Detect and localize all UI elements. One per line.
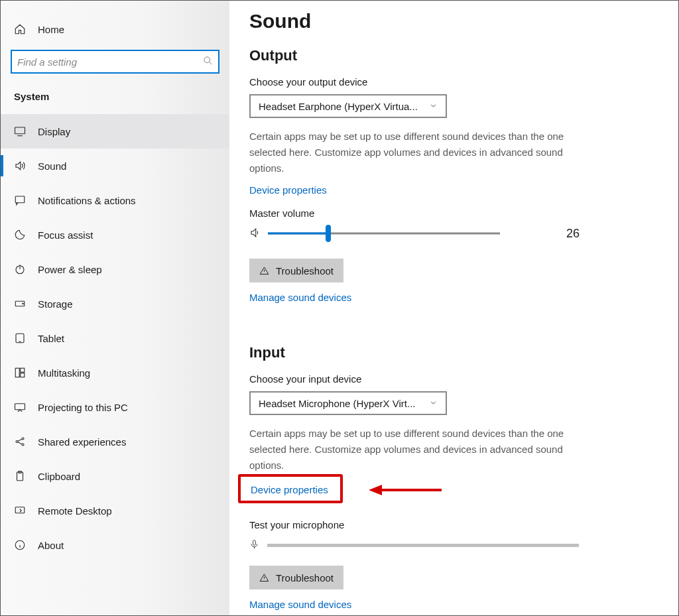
about-icon — [14, 539, 38, 551]
output-troubleshoot-button[interactable]: Troubleshoot — [249, 259, 343, 282]
chevron-down-icon — [429, 101, 438, 112]
svg-rect-22 — [15, 507, 25, 513]
sidebar-item-label: Projecting to this PC — [38, 402, 128, 413]
search-icon — [203, 56, 213, 68]
page-title: Sound — [249, 10, 652, 32]
search-box[interactable] — [11, 50, 219, 74]
svg-line-19 — [18, 442, 22, 444]
input-section-title: Input — [249, 344, 652, 361]
warning-icon — [259, 266, 269, 276]
output-device-value: Headset Earphone (HyperX Virtua... — [259, 101, 418, 112]
output-device-select[interactable]: Headset Earphone (HyperX Virtua... — [249, 94, 447, 118]
input-troubleshoot-button[interactable]: Troubleshoot — [249, 566, 343, 589]
master-volume-slider[interactable] — [268, 225, 500, 241]
svg-rect-28 — [253, 540, 256, 546]
sidebar-item-focus-assist[interactable]: Focus assist — [1, 217, 229, 252]
svg-rect-12 — [21, 368, 25, 372]
sidebar-item-notifications[interactable]: Notifications & actions — [1, 183, 229, 217]
settings-sidebar: Home System Display Sound — [1, 1, 229, 615]
home-label: Home — [38, 24, 64, 35]
input-device-value: Headset Microphone (HyperX Virt... — [259, 398, 416, 409]
input-device-select[interactable]: Headset Microphone (HyperX Virt... — [249, 391, 447, 415]
sidebar-item-label: Clipboard — [38, 471, 80, 482]
microphone-level-bar — [267, 544, 579, 547]
sidebar-item-power-sleep[interactable]: Power & sleep — [1, 252, 229, 286]
power-icon — [14, 263, 38, 275]
output-manage-devices-link[interactable]: Manage sound devices — [249, 292, 351, 303]
svg-line-1 — [209, 62, 212, 64]
sidebar-item-label: Tablet — [38, 333, 64, 344]
sidebar-item-shared-experiences[interactable]: Shared experiences — [1, 424, 229, 459]
master-volume-label: Master volume — [249, 208, 652, 219]
storage-icon — [14, 298, 38, 310]
microphone-test-row — [249, 537, 652, 554]
shared-icon — [14, 436, 38, 448]
sidebar-item-projecting[interactable]: Projecting to this PC — [1, 390, 229, 424]
svg-rect-2 — [15, 127, 25, 134]
sidebar-item-tablet[interactable]: Tablet — [1, 321, 229, 355]
sidebar-item-remote-desktop[interactable]: Remote Desktop — [1, 493, 229, 528]
multitasking-icon — [14, 367, 38, 379]
sidebar-item-display[interactable]: Display — [1, 114, 229, 149]
microphone-icon — [249, 537, 259, 554]
input-hint-text: Certain apps may be set up to use differ… — [249, 426, 571, 473]
sidebar-item-label: Notifications & actions — [38, 195, 136, 206]
warning-icon — [259, 573, 269, 583]
troubleshoot-label: Troubleshoot — [276, 572, 334, 584]
projecting-icon — [14, 401, 38, 413]
tablet-icon — [14, 332, 38, 344]
sidebar-item-label: Sound — [38, 160, 66, 172]
input-manage-devices-link[interactable]: Manage sound devices — [249, 599, 351, 610]
notifications-icon — [14, 194, 38, 206]
output-device-properties-link[interactable]: Device properties — [249, 184, 327, 196]
sidebar-item-label: Shared experiences — [38, 436, 126, 448]
sound-icon — [14, 160, 38, 172]
svg-line-18 — [18, 439, 22, 441]
svg-rect-11 — [15, 368, 19, 377]
search-input[interactable] — [17, 56, 203, 68]
svg-rect-14 — [15, 404, 25, 410]
input-choose-label: Choose your input device — [249, 373, 652, 385]
sidebar-item-label: Focus assist — [38, 229, 93, 241]
svg-point-17 — [22, 444, 24, 446]
sidebar-item-label: Remote Desktop — [38, 505, 112, 517]
sidebar-item-storage[interactable]: Storage — [1, 286, 229, 321]
svg-point-16 — [22, 438, 24, 440]
svg-point-15 — [16, 441, 18, 443]
output-section-title: Output — [249, 47, 652, 64]
sidebar-item-label: Power & sleep — [38, 264, 102, 275]
sidebar-item-sound[interactable]: Sound — [1, 149, 229, 183]
speaker-icon[interactable] — [249, 227, 261, 241]
sidebar-item-label: Multitasking — [38, 367, 90, 379]
sidebar-item-multitasking[interactable]: Multitasking — [1, 355, 229, 390]
display-icon — [14, 125, 38, 137]
test-microphone-label: Test your microphone — [249, 519, 652, 530]
remote-icon — [14, 505, 38, 517]
sidebar-item-label: Display — [38, 126, 70, 137]
sidebar-item-about[interactable]: About — [1, 528, 229, 562]
sidebar-item-label: About — [38, 540, 64, 551]
troubleshoot-label: Troubleshoot — [276, 265, 334, 277]
svg-point-0 — [204, 57, 210, 63]
svg-rect-13 — [21, 373, 25, 377]
svg-rect-4 — [15, 196, 25, 203]
clipboard-icon — [14, 470, 38, 482]
input-device-properties-link[interactable]: Device properties — [249, 481, 330, 498]
home-icon — [14, 23, 38, 35]
main-content: Sound Output Choose your output device H… — [229, 1, 678, 615]
focus-icon — [14, 229, 38, 241]
sidebar-section-title: System — [1, 86, 229, 114]
chevron-down-icon — [429, 398, 438, 409]
home-button[interactable]: Home — [1, 13, 229, 46]
output-hint-text: Certain apps may be set up to use differ… — [249, 129, 571, 176]
svg-point-8 — [23, 303, 24, 304]
sidebar-item-clipboard[interactable]: Clipboard — [1, 459, 229, 493]
sidebar-item-label: Storage — [38, 298, 73, 310]
master-volume-value: 26 — [533, 227, 580, 241]
output-choose-label: Choose your output device — [249, 76, 652, 88]
